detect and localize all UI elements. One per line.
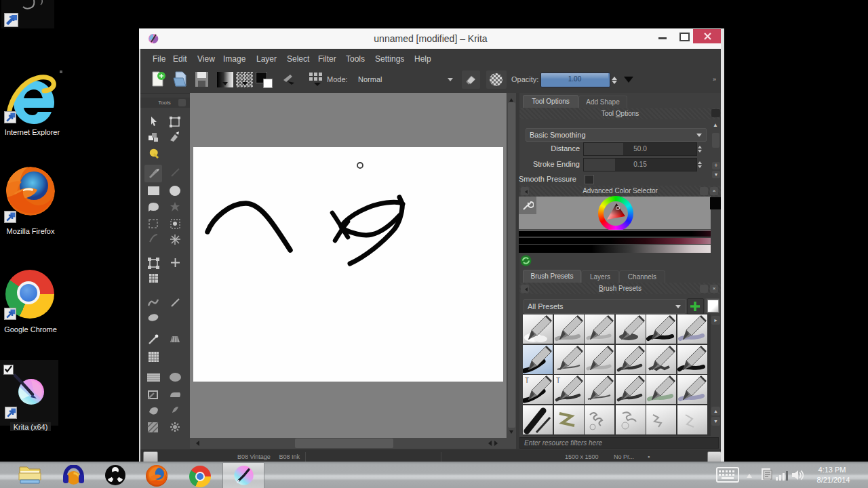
svg-text:T: T <box>525 377 529 384</box>
svg-text:T: T <box>556 377 560 384</box>
